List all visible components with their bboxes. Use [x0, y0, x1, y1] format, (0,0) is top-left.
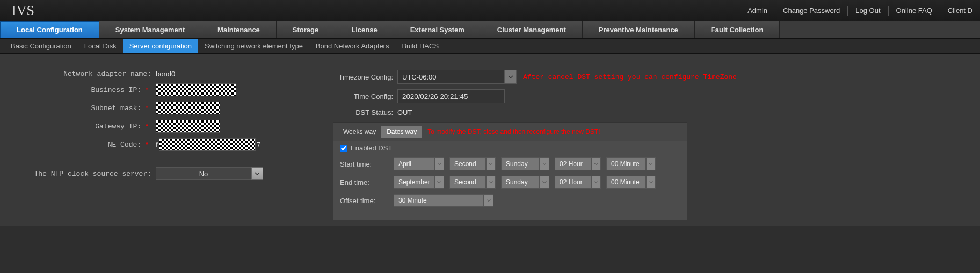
- dst-panel: Weeks way Dates way To modify the DST, c…: [333, 122, 687, 220]
- start-month-select[interactable]: April: [394, 157, 444, 170]
- sub-nav: Basic Configuration Local Disk Server co…: [0, 39, 980, 54]
- tab-cluster-management[interactable]: Cluster Management: [481, 21, 583, 38]
- logout-link[interactable]: Log Out: [847, 6, 888, 16]
- tab-storage[interactable]: Storage: [277, 21, 335, 38]
- end-day-select[interactable]: Sunday: [501, 176, 549, 189]
- timezone-value: UTC-06:00: [397, 70, 505, 84]
- right-column: Timezone Config: UTC-06:00 After cancel …: [333, 70, 969, 220]
- subnet-mask-label: Subnet mask: *: [11, 104, 156, 112]
- start-time-label: Start time:: [340, 160, 394, 168]
- gateway-ip-label: Gateway IP: *: [11, 122, 156, 131]
- subtab-bond-network-adapters[interactable]: Bond Network Adapters: [309, 39, 396, 53]
- timezone-dropdown[interactable]: [505, 70, 517, 84]
- chevron-down-icon[interactable]: [251, 167, 263, 180]
- end-minute-select[interactable]: 00 Minute: [606, 176, 656, 189]
- start-hour-select[interactable]: 02 Hour: [555, 157, 601, 170]
- subtab-server-configuration[interactable]: Server configuration: [123, 39, 198, 53]
- online-faq-link[interactable]: Online FAQ: [888, 6, 940, 16]
- offset-time-label: Offset time:: [340, 197, 394, 205]
- subtab-basic-configuration[interactable]: Basic Configuration: [4, 39, 78, 53]
- end-time-label: End time:: [340, 178, 394, 186]
- brand-title: IVS: [12, 3, 34, 19]
- ntp-server-label: The NTP clock source server:: [11, 170, 156, 178]
- tab-fault-collection[interactable]: Fault Collection: [695, 21, 780, 38]
- ntp-server-select[interactable]: No: [156, 167, 263, 180]
- tab-system-management[interactable]: System Management: [99, 21, 201, 38]
- tab-preventive-maintenance[interactable]: Preventive Maintenance: [583, 21, 695, 38]
- tab-external-system[interactable]: External System: [394, 21, 481, 38]
- enabled-dst-checkbox[interactable]: [340, 145, 347, 152]
- business-ip-label: Business IP: *: [11, 85, 156, 94]
- end-month-select[interactable]: September: [394, 176, 444, 189]
- subtab-build-hacs[interactable]: Build HACS: [395, 39, 445, 53]
- chevron-down-icon[interactable]: [434, 176, 444, 189]
- tab-local-configuration[interactable]: Local Configuration: [0, 21, 99, 38]
- start-ordinal-select[interactable]: Second: [449, 157, 496, 170]
- chevron-down-icon[interactable]: [646, 157, 656, 170]
- content-area: Network adapter name: bond0 Business IP:…: [0, 54, 980, 226]
- end-hour-select[interactable]: 02 Hour: [555, 176, 601, 189]
- timezone-hint: After cancel DST setting you can configu…: [523, 73, 737, 81]
- change-password-link[interactable]: Change Password: [775, 6, 847, 16]
- main-nav: Local Configuration System Management Ma…: [0, 21, 980, 39]
- time-config-input[interactable]: [397, 89, 505, 103]
- ne-code-input[interactable]: [159, 138, 256, 151]
- dst-status-label: DST Status:: [333, 109, 397, 117]
- admin-link[interactable]: Admin: [740, 6, 775, 16]
- tab-license[interactable]: License: [335, 21, 394, 38]
- chevron-down-icon[interactable]: [484, 194, 493, 207]
- dst-tab-dates[interactable]: Dates way: [381, 126, 422, 138]
- adapter-name-value: bond0: [156, 70, 175, 78]
- subtab-switching-network-element-type[interactable]: Switching network element type: [198, 39, 309, 53]
- end-ordinal-select[interactable]: Second: [449, 176, 496, 189]
- adapter-name-label: Network adapter name:: [11, 70, 156, 78]
- client-download-link[interactable]: Client D: [940, 6, 980, 16]
- left-column: Network adapter name: bond0 Business IP:…: [11, 70, 311, 220]
- dst-modify-hint: To modify the DST, close and then reconf…: [427, 128, 600, 135]
- chevron-down-icon[interactable]: [434, 157, 444, 170]
- chevron-down-icon[interactable]: [591, 176, 601, 189]
- chevron-down-icon[interactable]: [486, 157, 496, 170]
- ne-code-label: NE Code: *: [11, 140, 156, 149]
- chevron-down-icon[interactable]: [540, 157, 549, 170]
- offset-select[interactable]: 30 Minute: [394, 194, 493, 207]
- dst-tabs: Weeks way Dates way To modify the DST, c…: [333, 123, 687, 141]
- time-config-label: Time Config:: [333, 92, 397, 100]
- chevron-down-icon[interactable]: [486, 176, 496, 189]
- business-ip-input[interactable]: [156, 83, 236, 96]
- chevron-down-icon[interactable]: [646, 176, 656, 189]
- chevron-down-icon[interactable]: [591, 157, 601, 170]
- tab-maintenance[interactable]: Maintenance: [201, 21, 277, 38]
- ne-code-suffix: 7: [257, 141, 260, 149]
- enabled-dst-label: Enabled DST: [351, 144, 392, 152]
- gateway-ip-input[interactable]: [156, 120, 220, 133]
- subtab-local-disk[interactable]: Local Disk: [78, 39, 123, 53]
- chevron-down-icon[interactable]: [540, 176, 549, 189]
- ne-code-prefix: f: [156, 141, 158, 149]
- dst-status-value: OUT: [397, 109, 412, 117]
- subnet-mask-input[interactable]: [156, 102, 220, 114]
- start-minute-select[interactable]: 00 Minute: [606, 157, 656, 170]
- start-day-select[interactable]: Sunday: [501, 157, 549, 170]
- timezone-label: Timezone Config:: [333, 73, 397, 81]
- ntp-server-value: No: [156, 167, 251, 180]
- top-bar: IVS Admin Change Password Log Out Online…: [0, 0, 980, 21]
- top-links: Admin Change Password Log Out Online FAQ…: [740, 0, 980, 21]
- dst-tab-weeks[interactable]: Weeks way: [338, 126, 381, 138]
